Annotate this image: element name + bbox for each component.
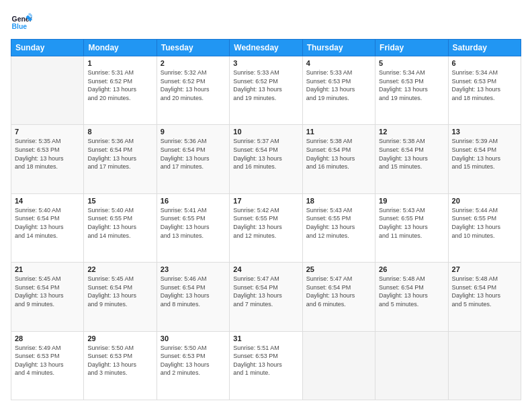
day-number: 14 bbox=[15, 197, 80, 205]
day-info: Sunrise: 5:36 AM Sunset: 6:54 PM Dayligh… bbox=[161, 137, 226, 171]
day-number: 3 bbox=[233, 59, 298, 67]
day-cell: 2Sunrise: 5:32 AM Sunset: 6:52 PM Daylig… bbox=[157, 56, 229, 125]
day-info: Sunrise: 5:48 AM Sunset: 6:54 PM Dayligh… bbox=[452, 275, 517, 308]
day-cell: 13Sunrise: 5:39 AM Sunset: 6:54 PM Dayli… bbox=[448, 125, 521, 193]
day-info: Sunrise: 5:48 AM Sunset: 6:54 PM Dayligh… bbox=[379, 275, 444, 308]
day-info: Sunrise: 5:40 AM Sunset: 6:54 PM Dayligh… bbox=[15, 206, 80, 240]
day-cell: 5Sunrise: 5:34 AM Sunset: 6:53 PM Daylig… bbox=[375, 56, 448, 125]
day-cell: 3Sunrise: 5:33 AM Sunset: 6:52 PM Daylig… bbox=[230, 56, 302, 125]
day-number: 5 bbox=[379, 59, 444, 67]
day-number: 15 bbox=[87, 197, 152, 205]
day-info: Sunrise: 5:47 AM Sunset: 6:54 PM Dayligh… bbox=[233, 275, 298, 308]
day-info: Sunrise: 5:47 AM Sunset: 6:54 PM Dayligh… bbox=[306, 275, 371, 308]
day-cell bbox=[375, 331, 448, 400]
day-number: 25 bbox=[306, 265, 371, 273]
day-number: 11 bbox=[306, 128, 371, 136]
day-number: 16 bbox=[161, 197, 226, 205]
day-number: 17 bbox=[233, 197, 298, 205]
day-info: Sunrise: 5:31 AM Sunset: 6:52 PM Dayligh… bbox=[87, 68, 152, 102]
day-number: 30 bbox=[161, 334, 226, 342]
day-number: 4 bbox=[306, 59, 371, 67]
day-info: Sunrise: 5:33 AM Sunset: 6:52 PM Dayligh… bbox=[233, 68, 298, 102]
day-cell: 26Sunrise: 5:48 AM Sunset: 6:54 PM Dayli… bbox=[375, 263, 448, 331]
day-info: Sunrise: 5:39 AM Sunset: 6:54 PM Dayligh… bbox=[452, 137, 517, 171]
day-number: 31 bbox=[233, 334, 298, 342]
day-number: 21 bbox=[15, 265, 80, 273]
day-cell: 9Sunrise: 5:36 AM Sunset: 6:54 PM Daylig… bbox=[157, 125, 229, 193]
header-day: Saturday bbox=[448, 40, 521, 56]
day-info: Sunrise: 5:41 AM Sunset: 6:55 PM Dayligh… bbox=[161, 206, 226, 240]
day-cell: 15Sunrise: 5:40 AM Sunset: 6:55 PM Dayli… bbox=[84, 193, 157, 262]
week-row: 14Sunrise: 5:40 AM Sunset: 6:54 PM Dayli… bbox=[11, 193, 521, 262]
day-cell: 16Sunrise: 5:41 AM Sunset: 6:55 PM Dayli… bbox=[157, 193, 229, 262]
day-number: 8 bbox=[87, 128, 152, 136]
week-row: 28Sunrise: 5:49 AM Sunset: 6:53 PM Dayli… bbox=[11, 331, 521, 400]
svg-text:Blue: Blue bbox=[12, 23, 28, 30]
day-info: Sunrise: 5:40 AM Sunset: 6:55 PM Dayligh… bbox=[87, 206, 152, 240]
day-number: 1 bbox=[87, 59, 152, 67]
day-info: Sunrise: 5:42 AM Sunset: 6:55 PM Dayligh… bbox=[233, 206, 298, 240]
day-number: 10 bbox=[233, 128, 298, 136]
day-number: 27 bbox=[452, 265, 517, 273]
day-cell: 24Sunrise: 5:47 AM Sunset: 6:54 PM Dayli… bbox=[230, 263, 302, 331]
day-info: Sunrise: 5:45 AM Sunset: 6:54 PM Dayligh… bbox=[87, 275, 152, 308]
week-row: 21Sunrise: 5:45 AM Sunset: 6:54 PM Dayli… bbox=[11, 263, 521, 331]
day-number: 18 bbox=[306, 197, 371, 205]
header-day: Friday bbox=[375, 40, 448, 56]
day-number: 23 bbox=[161, 265, 226, 273]
day-cell: 25Sunrise: 5:47 AM Sunset: 6:54 PM Dayli… bbox=[302, 263, 375, 331]
day-info: Sunrise: 5:38 AM Sunset: 6:54 PM Dayligh… bbox=[379, 137, 444, 171]
day-number: 13 bbox=[452, 128, 517, 136]
day-cell: 1Sunrise: 5:31 AM Sunset: 6:52 PM Daylig… bbox=[84, 56, 157, 125]
day-number: 22 bbox=[87, 265, 152, 273]
day-number: 24 bbox=[233, 265, 298, 273]
header-day: Sunday bbox=[11, 40, 84, 56]
day-cell bbox=[302, 331, 375, 400]
day-cell: 28Sunrise: 5:49 AM Sunset: 6:53 PM Dayli… bbox=[11, 331, 84, 400]
header-day: Tuesday bbox=[157, 40, 229, 56]
day-cell: 21Sunrise: 5:45 AM Sunset: 6:54 PM Dayli… bbox=[11, 263, 84, 331]
day-cell: 22Sunrise: 5:45 AM Sunset: 6:54 PM Dayli… bbox=[84, 263, 157, 331]
day-cell: 8Sunrise: 5:36 AM Sunset: 6:54 PM Daylig… bbox=[84, 125, 157, 193]
day-cell bbox=[11, 56, 84, 125]
day-info: Sunrise: 5:51 AM Sunset: 6:53 PM Dayligh… bbox=[233, 344, 298, 377]
day-cell: 18Sunrise: 5:43 AM Sunset: 6:55 PM Dayli… bbox=[302, 193, 375, 262]
day-cell: 31Sunrise: 5:51 AM Sunset: 6:53 PM Dayli… bbox=[230, 331, 302, 400]
day-cell bbox=[448, 331, 521, 400]
logo-icon: General Blue bbox=[11, 11, 32, 32]
day-cell: 14Sunrise: 5:40 AM Sunset: 6:54 PM Dayli… bbox=[11, 193, 84, 262]
day-cell: 23Sunrise: 5:46 AM Sunset: 6:54 PM Dayli… bbox=[157, 263, 229, 331]
day-info: Sunrise: 5:38 AM Sunset: 6:54 PM Dayligh… bbox=[306, 137, 371, 171]
day-number: 6 bbox=[452, 59, 517, 67]
day-cell: 12Sunrise: 5:38 AM Sunset: 6:54 PM Dayli… bbox=[375, 125, 448, 193]
day-cell: 7Sunrise: 5:35 AM Sunset: 6:53 PM Daylig… bbox=[11, 125, 84, 193]
day-cell: 20Sunrise: 5:44 AM Sunset: 6:55 PM Dayli… bbox=[448, 193, 521, 262]
week-row: 1Sunrise: 5:31 AM Sunset: 6:52 PM Daylig… bbox=[11, 56, 521, 125]
day-cell: 17Sunrise: 5:42 AM Sunset: 6:55 PM Dayli… bbox=[230, 193, 302, 262]
day-number: 26 bbox=[379, 265, 444, 273]
day-cell: 27Sunrise: 5:48 AM Sunset: 6:54 PM Dayli… bbox=[448, 263, 521, 331]
day-info: Sunrise: 5:34 AM Sunset: 6:53 PM Dayligh… bbox=[452, 68, 517, 102]
header-day: Wednesday bbox=[230, 40, 302, 56]
day-info: Sunrise: 5:44 AM Sunset: 6:55 PM Dayligh… bbox=[452, 206, 517, 240]
day-info: Sunrise: 5:46 AM Sunset: 6:54 PM Dayligh… bbox=[161, 275, 226, 308]
day-cell: 19Sunrise: 5:43 AM Sunset: 6:55 PM Dayli… bbox=[375, 193, 448, 262]
day-info: Sunrise: 5:43 AM Sunset: 6:55 PM Dayligh… bbox=[379, 206, 444, 240]
header-day: Monday bbox=[84, 40, 157, 56]
day-number: 12 bbox=[379, 128, 444, 136]
page: General Blue SundayMondayTuesdayWednesda… bbox=[0, 0, 532, 411]
logo: General Blue bbox=[11, 11, 35, 32]
week-row: 7Sunrise: 5:35 AM Sunset: 6:53 PM Daylig… bbox=[11, 125, 521, 193]
day-number: 2 bbox=[161, 59, 226, 67]
day-info: Sunrise: 5:45 AM Sunset: 6:54 PM Dayligh… bbox=[15, 275, 80, 308]
day-number: 9 bbox=[161, 128, 226, 136]
day-cell: 30Sunrise: 5:50 AM Sunset: 6:53 PM Dayli… bbox=[157, 331, 229, 400]
day-number: 7 bbox=[15, 128, 80, 136]
day-info: Sunrise: 5:32 AM Sunset: 6:52 PM Dayligh… bbox=[161, 68, 226, 102]
day-info: Sunrise: 5:35 AM Sunset: 6:53 PM Dayligh… bbox=[15, 137, 80, 171]
day-cell: 4Sunrise: 5:33 AM Sunset: 6:53 PM Daylig… bbox=[302, 56, 375, 125]
day-info: Sunrise: 5:37 AM Sunset: 6:54 PM Dayligh… bbox=[233, 137, 298, 171]
calendar-table: SundayMondayTuesdayWednesdayThursdayFrid… bbox=[11, 39, 521, 400]
day-info: Sunrise: 5:34 AM Sunset: 6:53 PM Dayligh… bbox=[379, 68, 444, 102]
day-cell: 29Sunrise: 5:50 AM Sunset: 6:53 PM Dayli… bbox=[84, 331, 157, 400]
